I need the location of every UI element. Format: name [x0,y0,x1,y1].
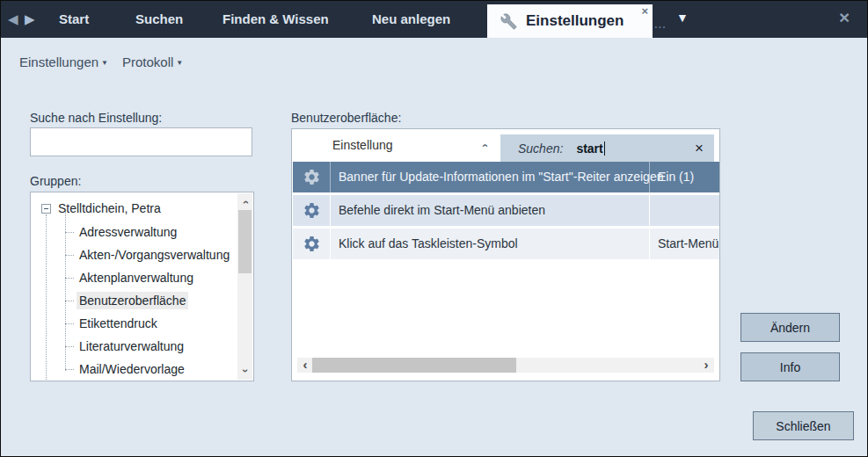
tree-item-akten-vorgangsverwaltung[interactable]: Akten-/Vorgangsverwaltung [65,243,234,266]
groups-tree: Stelltdichein, Petra Adressverwaltung Ak… [30,192,254,381]
column-divider [330,228,331,259]
collapse-icon[interactable] [41,204,51,214]
aendern-button[interactable]: Ändern [740,313,840,342]
scroll-left-icon[interactable]: ‹ [300,359,310,372]
tree-item-label: Mail/Wiedervorlage [77,360,187,378]
menu-einstellungen[interactable]: Einstellungen▼ [19,54,108,69]
table-row-selected[interactable]: Banner für Update-Informationen im "Star… [293,162,719,192]
gear-icon [293,228,330,259]
text-cursor [604,141,605,156]
column-divider [330,195,331,226]
setting-name: Banner für Update-Informationen im "Star… [339,162,663,192]
tree-item-literaturverwaltung[interactable]: Literaturverwaltung [65,335,234,358]
tree-root-item[interactable]: Stelltdichein, Petra [31,198,161,219]
column-divider [649,162,650,192]
scrollbar-thumb[interactable] [312,358,516,373]
forward-arrow-icon[interactable]: ▶ [25,11,35,27]
setting-name: Befehle direkt im Start-Menü anbieten [339,195,545,226]
tree-item-label: Aktenplanverwaltung [77,269,196,287]
scroll-right-icon[interactable]: › [701,359,711,372]
tree-item-mail-wiedervorlage[interactable]: Mail/Wiedervorlage [65,358,234,381]
gear-icon [293,195,330,226]
settings-table: Einstellung › Suchen: start × Banner für… [291,128,720,381]
tree-item-label: Akten-/Vorgangsverwaltung [77,246,232,264]
table-search-value[interactable]: start [576,141,602,156]
tree-root-label: Stelltdichein, Petra [58,201,161,215]
info-button[interactable]: Info [740,352,840,381]
table-title: Benutzeroberfläche: [291,111,401,125]
tree-item-label: Benutzeroberfläche [77,292,188,309]
search-clear-icon[interactable]: × [695,140,704,156]
setting-value: Start-Menü [658,228,718,259]
table-row[interactable]: Befehle direkt im Start-Menü anbieten [293,195,719,226]
setting-search-input[interactable] [30,127,252,156]
scrollbar-thumb[interactable] [238,210,252,273]
column-divider [330,162,331,192]
table-search-box[interactable]: Suchen: start × [500,134,714,163]
groups-label: Gruppen: [30,174,81,188]
overflow-ellipsis[interactable]: ... [654,18,667,31]
tab-einstellungen-active[interactable]: Einstellungen × [487,4,653,38]
search-setting-label: Suche nach Einstellung: [30,111,162,125]
schliessen-button[interactable]: Schließen [753,411,854,440]
scroll-up-icon[interactable]: › [240,197,251,207]
wrench-icon [500,13,517,30]
table-search-label: Suchen: [518,141,563,156]
vertical-scrollbar[interactable]: › › [237,193,252,380]
window-close-icon[interactable]: × [839,7,850,28]
tree-item-adressverwaltung[interactable]: Adressverwaltung [65,221,234,243]
sort-ascending-icon[interactable]: › [478,143,491,147]
back-arrow-icon[interactable]: ◀ [8,11,18,27]
scroll-down-icon[interactable]: › [240,366,251,376]
active-tab-label: Einstellungen [526,12,624,30]
setting-value: Ein (1) [658,162,694,192]
tree-item-label: Literaturverwaltung [77,337,186,355]
column-divider [649,195,650,226]
tab-list-dropdown-icon[interactable]: ▼ [676,11,689,25]
tab-neu-anlegen[interactable]: Neu anlegen [372,1,450,38]
tab-suchen[interactable]: Suchen [135,1,183,38]
horizontal-scrollbar[interactable]: ‹ › [297,358,714,373]
menu-protokoll-label: Protokoll [122,54,173,69]
menu-protokoll[interactable]: Protokoll▼ [122,54,183,69]
menu-einstellungen-label: Einstellungen [19,54,98,69]
tab-start[interactable]: Start [59,1,89,38]
gear-icon [293,162,330,192]
tree-item-label: Etikettendruck [77,315,160,332]
tree-item-benutzeroberflaeche-selected[interactable]: Benutzeroberfläche [65,289,234,312]
chevron-down-icon: ▼ [101,59,108,67]
column-divider [649,228,650,259]
tree-item-label: Adressverwaltung [77,223,179,241]
tree-line [46,214,47,380]
settings-window: ◀ ▶ Start Suchen Finden & Wissen Neu anl… [0,0,868,457]
tree-item-aktenplanverwaltung[interactable]: Aktenplanverwaltung [65,266,234,289]
chevron-down-icon: ▼ [176,59,183,67]
ribbon-tab-bar: ◀ ▶ Start Suchen Finden & Wissen Neu anl… [1,1,867,38]
column-header-einstellung[interactable]: Einstellung [332,138,393,152]
table-row[interactable]: Klick auf das Taskleisten-Symbol Start-M… [293,228,719,259]
tree-item-etikettendruck[interactable]: Etikettendruck [65,312,234,335]
setting-name: Klick auf das Taskleisten-Symbol [339,228,518,259]
tab-close-icon[interactable]: × [641,4,648,18]
tab-finden-wissen[interactable]: Finden & Wissen [222,1,329,38]
